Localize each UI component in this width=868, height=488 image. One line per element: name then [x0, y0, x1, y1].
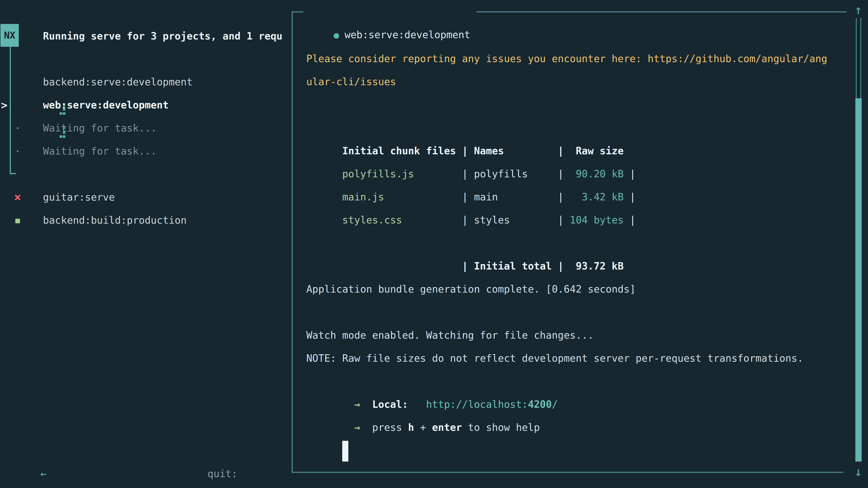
pipe: |: [629, 191, 636, 203]
arrow-right-icon: →: [354, 422, 360, 433]
sidebar-title: Running serve for 3 projects, and 1 requ: [43, 25, 283, 48]
quit-label: quit:: [208, 468, 237, 480]
task-output-log: Please consider reporting any issues you…: [306, 47, 844, 439]
scroll-up-icon[interactable]: ↑: [851, 3, 866, 17]
chunk-size: 3.42 kB: [570, 186, 624, 208]
scrollbar-thumb[interactable]: [855, 98, 862, 462]
task-label: Waiting for task...: [43, 117, 157, 140]
hint-text: press: [372, 422, 408, 433]
chunk-file: polyfills.js: [342, 162, 462, 186]
task-label-selected: web:serve:development: [43, 94, 168, 117]
spinner-icon: [12, 70, 23, 94]
local-label: Local:: [372, 398, 408, 410]
url-port: 4200: [528, 398, 552, 410]
pipe: |: [462, 186, 474, 208]
pipe: |: [462, 162, 474, 186]
pipe: |: [558, 186, 570, 208]
panel-title: web:serve:development: [344, 29, 470, 40]
col-header-rawsize: Raw size: [570, 139, 624, 162]
chunk-name: main: [474, 186, 558, 208]
local-url-link[interactable]: http://localhost:4200/: [426, 398, 558, 410]
task-row-web-serve[interactable]: web:serve:development: [0, 94, 291, 117]
waiting-dot-icon: ·: [12, 140, 23, 163]
log-local-url-line: →Local:http://localhost:4200/: [306, 370, 844, 393]
log-bundle-complete-line: Application bundle generation complete. …: [306, 278, 844, 301]
hint-text: to show help: [462, 422, 540, 433]
arrow-right-icon: →: [354, 398, 360, 410]
col-header-files: Initial chunk files: [342, 139, 462, 162]
spinner-icon: [12, 94, 23, 117]
pipe: |: [462, 139, 474, 162]
waiting-dot-icon: ·: [12, 117, 23, 140]
pipe: |: [462, 255, 474, 278]
running-dot-icon: ●: [334, 30, 339, 40]
total-label: Initial total: [474, 255, 558, 278]
terminal-cursor: [342, 441, 348, 462]
task-row-backend-build[interactable]: ■ backend:build:production: [0, 209, 291, 232]
nx-tui-screen: NX Running serve for 3 projects, and 1 r…: [0, 0, 868, 488]
log-watch-mode-line: Watch mode enabled. Watching for file ch…: [306, 324, 844, 347]
chunk-file: main.js: [342, 186, 462, 208]
nx-logo-text: NX: [4, 30, 16, 41]
log-blank-line: [306, 93, 844, 116]
log-notice-line-1: Please consider reporting any issues you…: [306, 47, 844, 70]
pipe: |: [558, 255, 570, 278]
pipe: |: [558, 162, 570, 186]
total-size: 93.72 kB: [570, 255, 624, 278]
hint-text: +: [414, 422, 432, 433]
pipe: |: [629, 214, 636, 226]
pager: ← 1/1 →: [4, 439, 64, 462]
shortcut-hints: quit: q help: ?: [172, 439, 249, 462]
task-row-backend-serve[interactable]: backend:serve:development: [0, 70, 291, 94]
task-row-waiting-1[interactable]: · Waiting for task...: [0, 117, 291, 140]
success-square-icon: ■: [12, 209, 23, 232]
chunk-name: styles: [474, 208, 558, 232]
chunk-size: 104 bytes: [570, 208, 624, 232]
pipe: |: [558, 139, 570, 162]
log-notice-line-2: ular-cli/issues: [306, 70, 844, 93]
log-blank-line: [306, 301, 844, 324]
pipe: |: [558, 208, 570, 232]
url-suffix: /: [552, 398, 558, 410]
task-label: backend:serve:development: [43, 70, 193, 94]
task-sidebar: NX Running serve for 3 projects, and 1 r…: [0, 0, 291, 488]
url-prefix: http://localhost:: [426, 398, 528, 410]
hint-key-h: h: [408, 422, 414, 433]
task-label: backend:build:production: [43, 209, 187, 232]
task-label: Waiting for task...: [43, 140, 157, 163]
pipe: |: [462, 208, 474, 232]
scrollbar-track[interactable]: [856, 18, 861, 98]
task-row-waiting-2[interactable]: · Waiting for task...: [0, 140, 291, 163]
chunk-size: 90.20 kB: [570, 162, 624, 186]
pager-prev-icon[interactable]: ←: [40, 468, 46, 480]
chunk-table-header: Initial chunk files|Names|Raw size: [306, 116, 844, 139]
panel-border-bottom: [291, 472, 843, 473]
task-label: guitar:serve: [43, 186, 115, 209]
chunk-table-total-row: |Initial total|93.72 kB: [306, 232, 844, 255]
task-row-guitar-serve[interactable]: × guitar:serve: [0, 186, 291, 209]
panel-border-left: [291, 11, 293, 473]
col-header-names: Names: [474, 139, 558, 162]
chunk-name: polyfills: [474, 162, 558, 186]
log-note-line: NOTE: Raw file sizes do not reflect deve…: [306, 347, 844, 370]
pipe: |: [629, 168, 636, 180]
panel-title-bar: ●web:serve:development: [303, 0, 476, 23]
failed-cross-icon: ×: [12, 186, 23, 209]
nx-logo: NX: [0, 24, 19, 47]
scroll-down-icon[interactable]: ↓: [851, 465, 866, 479]
chunk-file: styles.css: [342, 208, 462, 232]
hint-key-enter: enter: [432, 422, 462, 433]
